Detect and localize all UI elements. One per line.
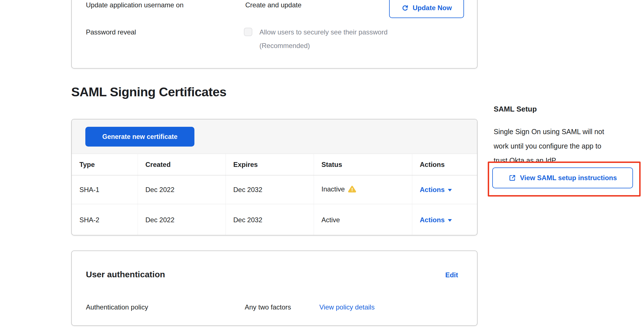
table-header-row: Type Created Expires Status Actions bbox=[72, 154, 477, 175]
username-setting-label: Update application username on bbox=[86, 1, 184, 9]
column-header-type: Type bbox=[72, 154, 138, 175]
saml-setup-title: SAML Setup bbox=[494, 105, 537, 114]
view-policy-details-link[interactable]: View policy details bbox=[319, 303, 375, 311]
warning-icon bbox=[348, 186, 356, 194]
cert-actions-cell: Actions bbox=[412, 175, 477, 204]
saml-setup-description-line: work until you configure the app to bbox=[494, 139, 604, 153]
cert-type: SHA-1 bbox=[72, 175, 138, 204]
cert-expires: Dec 2032 bbox=[225, 204, 314, 236]
view-saml-setup-instructions-label: View SAML setup instructions bbox=[520, 174, 617, 182]
page-title: SAML Signing Certificates bbox=[71, 84, 226, 100]
certificates-table: Type Created Expires Status Actions SHA-… bbox=[72, 154, 477, 236]
generate-certificate-button[interactable]: Generate new certificate bbox=[85, 127, 194, 147]
password-reveal-label: Password reveal bbox=[86, 28, 136, 36]
status-badge: Active bbox=[322, 216, 340, 224]
cert-type: SHA-2 bbox=[72, 204, 138, 236]
update-now-button[interactable]: Update Now bbox=[389, 0, 464, 18]
username-setting-value: Create and update bbox=[245, 1, 302, 9]
sign-on-settings-card: Update application username on Create an… bbox=[71, 0, 478, 69]
update-now-label: Update Now bbox=[413, 4, 452, 12]
column-header-actions: Actions bbox=[412, 154, 477, 175]
actions-menu-label: Actions bbox=[420, 186, 445, 194]
table-row: SHA-2 Dec 2022 Dec 2032 Active Actions bbox=[72, 204, 477, 236]
view-saml-setup-instructions-button[interactable]: View SAML setup instructions bbox=[492, 167, 633, 188]
cert-created: Dec 2022 bbox=[138, 175, 225, 204]
cert-expires: Dec 2032 bbox=[225, 175, 314, 204]
password-reveal-option-text: Allow users to securely see their passwo… bbox=[259, 28, 388, 36]
caret-down-icon bbox=[448, 219, 452, 222]
table-row: SHA-1 Dec 2022 Dec 2032 Inactive Actions bbox=[72, 175, 477, 204]
cert-status-cell: Inactive bbox=[314, 175, 412, 204]
caret-down-icon bbox=[448, 189, 452, 191]
password-reveal-option-note: (Recommended) bbox=[259, 42, 310, 50]
column-header-created: Created bbox=[138, 154, 225, 175]
column-header-status: Status bbox=[314, 154, 412, 175]
edit-link[interactable]: Edit bbox=[445, 271, 458, 279]
authentication-policy-value: Any two factors bbox=[245, 303, 291, 311]
actions-menu-button[interactable]: Actions bbox=[420, 186, 452, 194]
authentication-policy-label: Authentication policy bbox=[86, 303, 148, 311]
cert-created: Dec 2022 bbox=[138, 204, 225, 236]
status-badge: Inactive bbox=[322, 185, 345, 193]
saml-certificates-card: Generate new certificate Type Created Ex… bbox=[71, 119, 478, 236]
password-reveal-checkbox[interactable] bbox=[244, 28, 252, 36]
page: Update application username on Create an… bbox=[0, 0, 644, 327]
red-highlight-annotation: View SAML setup instructions bbox=[488, 162, 641, 197]
actions-menu-button[interactable]: Actions bbox=[420, 216, 452, 224]
external-link-icon bbox=[508, 174, 516, 182]
column-header-expires: Expires bbox=[225, 154, 314, 175]
user-authentication-title: User authentication bbox=[86, 270, 165, 279]
cert-status-cell: Active bbox=[314, 204, 412, 236]
cert-actions-cell: Actions bbox=[412, 204, 477, 236]
saml-setup-description-line: Single Sign On using SAML will not bbox=[494, 125, 604, 139]
refresh-icon bbox=[401, 4, 409, 12]
actions-menu-label: Actions bbox=[420, 216, 445, 224]
user-authentication-card: User authentication Edit Authentication … bbox=[71, 250, 478, 326]
